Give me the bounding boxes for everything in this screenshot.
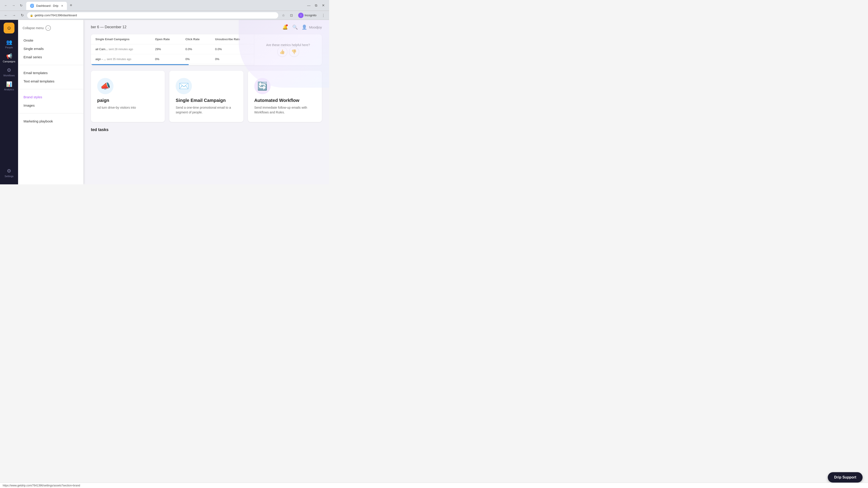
tab-title: Dashboard · Drip	[36, 4, 58, 7]
menu-item-text-email-templates[interactable]: Text email templates	[18, 77, 84, 86]
avatar-circle: I	[298, 13, 304, 18]
progress-bar	[91, 64, 189, 65]
table-cell-click: 0.0%	[181, 44, 211, 54]
campaigns-icon: 📢	[6, 53, 12, 59]
settings-icon: ⚙	[7, 168, 11, 174]
profile-button[interactable]: ⊡	[288, 12, 294, 19]
click-rate-1: 0.0%	[185, 47, 192, 51]
menu-item-email-templates[interactable]: Email templates	[18, 69, 84, 77]
incognito-user[interactable]: I Incognito	[296, 12, 318, 19]
table-cell-unsub: 0.0%	[211, 44, 254, 54]
menu-section-2: Email templates Text email templates	[18, 67, 84, 87]
minimize-button[interactable]: —	[306, 2, 312, 8]
tab-close-button[interactable]: ✕	[61, 4, 63, 7]
sidebar: ☺ 👥 People 📢 Campaigns ⚙ Workflows 📊 Ana…	[0, 20, 18, 184]
menu-item-onsite[interactable]: Onsite	[18, 36, 84, 44]
forward-button[interactable]: →	[10, 2, 17, 8]
workflows-icon: ⚙	[7, 67, 11, 73]
progress-row	[91, 64, 254, 65]
campaigns-label: Campaigns	[3, 60, 16, 63]
new-campaign-section: 📣 paign nd turn drive-by visitors into ✉…	[91, 71, 322, 122]
col-header-click-rate: Click Rate	[181, 34, 211, 44]
campaigns-table-area: Single Email Campaigns Open Rate Click R…	[91, 34, 254, 65]
refresh-button[interactable]: ↻	[18, 2, 24, 8]
card-icon-2: ✉️	[176, 78, 192, 94]
campaign-name-1: ail Cam...	[95, 47, 108, 51]
analytics-label: Analytics	[4, 88, 14, 91]
nav-refresh-button[interactable]: ↻	[19, 12, 25, 19]
table-cell-name-2: aign - ... sent 35 minutes ago	[91, 54, 151, 64]
sidebar-item-workflows[interactable]: ⚙ Workflows	[0, 65, 18, 79]
menu-section-4: Marketing playbook	[18, 115, 84, 127]
analytics-icon: 📊	[6, 81, 12, 87]
app-logo[interactable]: ☺	[4, 23, 14, 33]
menu-item-brand-styles[interactable]: Brand styles	[18, 93, 84, 101]
unsub-rate-2: 0%	[215, 57, 219, 61]
logo-icon: ☺	[6, 25, 11, 31]
back-button[interactable]: ←	[3, 2, 9, 8]
campaign-card-3[interactable]: 🔄 Automated Workflow Send immediate foll…	[248, 71, 322, 122]
bookmark-button[interactable]: ☆	[280, 12, 286, 19]
active-tab[interactable]: 🌀 Dashboard · Drip ✕	[26, 2, 67, 10]
url-box[interactable]: 🔒 getdrip.com/7641396/dashboard	[27, 12, 278, 19]
card-desc-1: nd turn drive-by visitors into	[97, 105, 158, 110]
user-icon: 👤	[302, 24, 307, 30]
menu-item-single-emails[interactable]: Single emails	[18, 44, 84, 53]
main-area: Collapse menu → Onsite Single emails Ema…	[18, 20, 329, 184]
card-icon-1: 📣	[97, 78, 114, 94]
new-tab-button[interactable]: +	[68, 2, 74, 8]
table-row[interactable]: ail Cam... sent 28 minutes ago 29% 0.0%	[91, 44, 254, 54]
collapse-menu-button[interactable]: Collapse menu →	[18, 24, 84, 34]
sidebar-settings[interactable]: ⚙ Settings	[0, 166, 18, 180]
card-icon-3: 🔄	[254, 78, 271, 94]
incognito-label: Incognito	[305, 13, 316, 17]
user-name: Moodjoy	[309, 25, 322, 29]
top-bar: ber 6 — December 12 🔔 🔍 👤 Moodjoy	[84, 20, 329, 34]
menu-divider-3	[18, 113, 84, 113]
menu-divider-2	[18, 89, 84, 89]
card-desc-2: Send a one-time promotional email to a s…	[176, 105, 237, 115]
menu-item-images[interactable]: Images	[18, 101, 84, 109]
maximize-button[interactable]: ⧉	[313, 2, 319, 8]
user-menu[interactable]: 👤 Moodjoy	[302, 24, 322, 30]
date-range: ber 6 — December 12	[91, 25, 126, 29]
sidebar-item-campaigns[interactable]: 📢 Campaigns	[0, 51, 18, 65]
search-button[interactable]: 🔍	[292, 24, 298, 30]
table-cell-open-2: 0%	[151, 54, 181, 64]
collapse-menu-label: Collapse menu	[23, 26, 43, 30]
people-icon: 👥	[6, 39, 12, 45]
nav-forward-button[interactable]: →	[11, 12, 17, 19]
menu-section-1: Onsite Single emails Email series	[18, 34, 84, 63]
card-title-2: Single Email Campaign	[176, 98, 237, 103]
tab-bar: 🌀 Dashboard · Drip ✕ +	[26, 1, 304, 10]
campaigns-row-layout: Single Email Campaigns Open Rate Click R…	[91, 34, 322, 65]
menu-button[interactable]: ⋮	[320, 12, 327, 19]
sidebar-item-people[interactable]: 👥 People	[0, 37, 18, 51]
menu-section-3: Brand styles Images	[18, 91, 84, 111]
tasks-title: ted tasks	[91, 127, 322, 132]
thumbs-down-button[interactable]: 👎	[289, 47, 299, 57]
card-title-3: Automated Workflow	[254, 98, 315, 103]
table-cell-unsub-2: 0%	[211, 54, 254, 64]
card-desc-3: Send immediate follow-up emails with Wor…	[254, 105, 315, 115]
campaign-card-2[interactable]: ✉️ Single Email Campaign Send a one-time…	[169, 71, 243, 122]
app-container: ☺ 👥 People 📢 Campaigns ⚙ Workflows 📊 Ana…	[0, 20, 329, 184]
menu-item-email-series[interactable]: Email series	[18, 53, 84, 61]
tasks-section: ted tasks	[91, 127, 322, 132]
table-cell-open: 29%	[151, 44, 181, 54]
collapse-icon: →	[45, 25, 51, 31]
nav-back-button[interactable]: ←	[3, 12, 9, 19]
sidebar-item-analytics[interactable]: 📊 Analytics	[0, 79, 18, 93]
campaigns-dropdown-menu: Collapse menu → Onsite Single emails Ema…	[18, 20, 84, 184]
menu-item-marketing-playbook[interactable]: Marketing playbook	[18, 117, 84, 125]
card-title-1: paign	[97, 98, 158, 103]
workflows-label: Workflows	[3, 74, 15, 77]
campaign-card-1[interactable]: 📣 paign nd turn drive-by visitors into	[91, 71, 165, 122]
table-cell-name: ail Cam... sent 28 minutes ago	[91, 44, 151, 54]
thumbs-up-button[interactable]: 👍	[277, 47, 287, 57]
table-row[interactable]: aign - ... sent 35 minutes ago 0% 0%	[91, 54, 254, 64]
close-button[interactable]: ✕	[320, 2, 327, 8]
col-header-unsub-rate: Unsubscribe Rate	[211, 34, 254, 44]
campaigns-table: Single Email Campaigns Open Rate Click R…	[91, 34, 254, 65]
notification-bell[interactable]: 🔔	[281, 24, 289, 31]
